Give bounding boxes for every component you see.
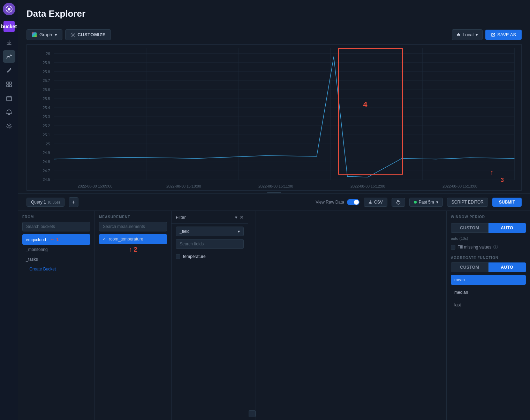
svg-text:2022-08-30 15:10:00: 2022-08-30 15:10:00 bbox=[166, 184, 201, 188]
search-fields-input[interactable] bbox=[176, 239, 244, 249]
chevron-down-icon-2: ▾ bbox=[476, 32, 478, 37]
svg-point-8 bbox=[72, 34, 74, 36]
window-period-panel: WINDOW PERIOD CUSTOM AUTO auto (10s) Fil… bbox=[446, 211, 530, 420]
sidebar: bucket bbox=[0, 0, 18, 420]
sidebar-item-settings[interactable] bbox=[3, 120, 15, 132]
drag-handle-bar bbox=[267, 192, 281, 193]
svg-rect-5 bbox=[9, 85, 12, 87]
time-range-button[interactable]: Past 5m ▾ bbox=[409, 198, 443, 207]
svg-point-1 bbox=[8, 8, 10, 10]
view-raw-toggle-switch[interactable] bbox=[347, 199, 359, 205]
search-buckets-input[interactable] bbox=[22, 222, 90, 231]
gear-icon bbox=[70, 32, 75, 37]
sidebar-item-dashboard[interactable] bbox=[3, 78, 15, 91]
from-panel: FROM emqxcloud ← 1 _monitoring _tasks + … bbox=[18, 211, 95, 420]
query-tab-1[interactable]: Query 1 (0.35s) bbox=[26, 198, 65, 207]
field-checkbox[interactable] bbox=[176, 254, 180, 259]
bucket-item-emqxcloud[interactable]: emqxcloud ← 1 bbox=[22, 234, 90, 245]
query-tab-time: (0.35s) bbox=[48, 200, 60, 204]
field-label: _field bbox=[180, 229, 190, 234]
window-auto-button[interactable]: AUTO bbox=[489, 223, 526, 233]
svg-text:25.1: 25.1 bbox=[43, 133, 50, 137]
window-period-toggle: CUSTOM AUTO bbox=[451, 223, 526, 233]
sidebar-item-alerts[interactable] bbox=[3, 106, 15, 119]
refresh-button[interactable] bbox=[392, 198, 405, 207]
save-as-button[interactable]: SAVE AS bbox=[485, 30, 522, 40]
toggle-knob bbox=[354, 200, 359, 205]
measurement-item-room-temperature[interactable]: ✓ room_temperature bbox=[99, 234, 167, 244]
sidebar-item-edit[interactable] bbox=[3, 64, 15, 77]
scrollbar-panel: + bbox=[248, 211, 256, 420]
bucket-item-tasks[interactable]: _tasks bbox=[22, 254, 90, 264]
add-query-button[interactable]: + bbox=[69, 197, 78, 207]
svg-rect-4 bbox=[7, 85, 9, 87]
from-label: FROM bbox=[22, 215, 90, 219]
svg-rect-6 bbox=[7, 97, 12, 101]
svg-text:25.9: 25.9 bbox=[43, 61, 50, 65]
customize-button[interactable]: CUSTOMIZE bbox=[65, 29, 111, 40]
query-tab-label: Query 1 bbox=[31, 200, 46, 205]
script-editor-button[interactable]: SCRIPT EDITOR bbox=[447, 198, 488, 207]
svg-point-7 bbox=[8, 125, 10, 127]
csv-button[interactable]: CSV bbox=[364, 198, 387, 207]
status-dot bbox=[414, 201, 417, 204]
sidebar-item-graph[interactable] bbox=[3, 50, 15, 63]
drag-handle[interactable] bbox=[18, 191, 530, 193]
svg-text:2022-08-30 15:12:00: 2022-08-30 15:12:00 bbox=[350, 184, 385, 188]
page-header: Data Explorer bbox=[18, 0, 530, 25]
svg-text:24.9: 24.9 bbox=[43, 151, 50, 155]
field-dropdown[interactable]: _field ▾ bbox=[176, 227, 244, 236]
filter-close-icon[interactable]: ✕ bbox=[240, 214, 244, 220]
svg-rect-9 bbox=[54, 45, 514, 180]
view-raw-label: View Raw Data bbox=[316, 200, 344, 205]
svg-text:25.2: 25.2 bbox=[43, 124, 50, 128]
local-button[interactable]: Local ▾ bbox=[452, 29, 483, 40]
bucket-item-monitoring[interactable]: _monitoring bbox=[22, 245, 90, 254]
window-custom-button[interactable]: CUSTOM bbox=[451, 223, 489, 233]
graph-type-button[interactable]: Graph ▾ bbox=[26, 29, 62, 40]
main-content: Data Explorer Graph ▾ CUSTOMIZE Local ▾ … bbox=[18, 0, 530, 420]
svg-text:24.8: 24.8 bbox=[43, 160, 50, 164]
aggregate-item-median[interactable]: median bbox=[451, 288, 526, 297]
pin-icon bbox=[456, 33, 461, 37]
fill-missing-checkbox[interactable] bbox=[451, 245, 455, 250]
aggregate-auto-button[interactable]: AUTO bbox=[489, 262, 526, 272]
window-period-label: WINDOW PERIOD bbox=[451, 215, 526, 219]
app-logo bbox=[3, 3, 15, 15]
measurement-panel: MEASUREMENT ✓ room_temperature ↑ 2 bbox=[95, 211, 172, 420]
add-filter-button[interactable]: + bbox=[249, 410, 256, 417]
svg-rect-2 bbox=[7, 82, 9, 84]
svg-text:25.6: 25.6 bbox=[43, 87, 50, 92]
sidebar-item-load[interactable] bbox=[3, 36, 15, 49]
aggregate-toggle: CUSTOM AUTO bbox=[451, 262, 526, 272]
chart-svg: 26 25.9 25.8 25.7 25.6 25.5 25.4 25.3 25… bbox=[27, 45, 521, 190]
svg-text:25.4: 25.4 bbox=[43, 106, 50, 110]
toolbar-right: Local ▾ SAVE AS bbox=[452, 29, 522, 40]
svg-text:2022-08-30 15:13:00: 2022-08-30 15:13:00 bbox=[442, 184, 477, 188]
info-icon[interactable]: ⓘ bbox=[493, 244, 498, 250]
customize-label: CUSTOMIZE bbox=[77, 32, 106, 37]
annotation-3-label: 3 bbox=[501, 177, 504, 183]
submit-button[interactable]: SUBMIT bbox=[492, 198, 522, 207]
time-range-label: Past 5m bbox=[419, 200, 434, 205]
svg-text:25.3: 25.3 bbox=[43, 115, 50, 119]
create-bucket-button[interactable]: + Create Bucket bbox=[22, 264, 90, 274]
toolbar-left: Graph ▾ CUSTOMIZE bbox=[26, 29, 449, 40]
graph-color-icon bbox=[32, 32, 37, 37]
aggregate-item-mean[interactable]: mean bbox=[451, 275, 526, 285]
svg-text:25.5: 25.5 bbox=[43, 97, 50, 101]
search-measurements-input[interactable] bbox=[99, 222, 167, 231]
query-bar: Query 1 (0.35s) + View Raw Data CSV Past… bbox=[18, 193, 530, 211]
measurement-label: MEASUREMENT bbox=[99, 215, 167, 219]
svg-text:24.7: 24.7 bbox=[43, 169, 50, 173]
field-item-temperature[interactable]: temperature bbox=[172, 252, 248, 261]
svg-text:25.8: 25.8 bbox=[43, 70, 50, 74]
aggregate-custom-button[interactable]: CUSTOM bbox=[451, 262, 489, 272]
auto-hint: auto (10s) bbox=[451, 236, 526, 241]
aggregate-item-last[interactable]: last bbox=[451, 300, 526, 310]
local-label: Local bbox=[463, 32, 474, 37]
annotation-2: ↑ 2 bbox=[99, 246, 167, 253]
sidebar-item-calendar[interactable] bbox=[3, 92, 15, 105]
download-icon bbox=[368, 200, 372, 204]
sidebar-org-icon[interactable]: bucket bbox=[3, 21, 15, 32]
